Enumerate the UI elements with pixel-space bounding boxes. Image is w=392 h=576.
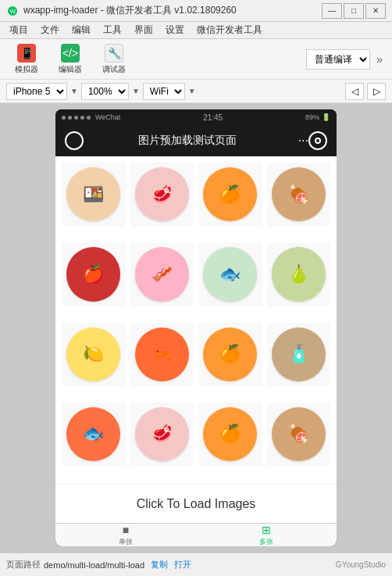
signal-dots [62,116,91,120]
menu-wechat-devtools[interactable]: 微信开发者工具 [191,22,269,38]
wechat-label: WeChat [95,113,120,121]
phone-nav-bar: 图片预加载测试页面 ··· [55,125,337,156]
food-item: 🍋 [62,323,126,387]
editor-label: 编辑器 [59,64,82,75]
dot-2 [68,116,72,120]
menu-bar: 项目 文件 编辑 工具 界面 设置 微信开发者工具 [0,22,392,39]
dot-4 [80,116,84,120]
page-path: demo/multi-load/multi-load [44,560,144,570]
zoom-chevron-icon: ▼ [132,87,140,95]
nav-action-inner [315,138,321,144]
simulator-label: 模拟器 [15,64,38,75]
phone-status-bar: WeChat 21:45 89% 🔋 [55,109,337,125]
multi-tab-label: 多张 [259,537,273,547]
battery-percent: 89% [305,113,319,121]
menu-settings[interactable]: 设置 [159,22,191,38]
open-button[interactable]: 打开 [174,559,191,571]
app-icon: W [6,5,19,17]
status-time: 21:45 [120,113,305,122]
phone-simulator: WeChat 21:45 89% 🔋 图片预加载测试页面 ··· 🍱🥩🍊🍖🍎🥓🐟… [55,109,337,546]
network-selector[interactable]: WiFi [143,83,185,100]
food-item: 🐟 [62,402,126,467]
dot-1 [62,116,66,120]
nav-title: 图片预加载测试页面 [84,134,292,148]
dot-3 [74,116,78,120]
food-item: 🍖 [267,163,331,227]
debugger-label: 调试器 [102,64,126,75]
nav-menu-dots[interactable]: ··· [298,134,308,148]
menu-project[interactable]: 项目 [3,22,34,38]
menu-interface[interactable]: 界面 [128,22,159,38]
food-item: 🍊 [198,402,262,467]
bottom-tab-bar: ■ 单张 ⊞ 多张 [55,523,337,546]
single-tab-label: 单张 [119,537,133,547]
food-item: 🐟 [198,242,262,306]
device-selector[interactable]: iPhone 5 [6,83,67,100]
path-label: 页面路径 [6,559,41,571]
nav-back-button[interactable] [65,131,84,150]
food-item: 🥓 [130,242,194,306]
zoom-selector[interactable]: 100% [81,83,129,100]
simulator-icon: 📱 [17,44,36,63]
status-footer: 页面路径 demo/multi-load/multi-load 复制 打开 GY… [0,553,392,576]
window-controls: — □ ✕ [322,3,386,19]
simulator-button[interactable]: 📱 模拟器 [6,42,47,77]
load-images-button[interactable]: Click To Load Images [137,497,256,511]
food-item: 🍖 [267,402,331,467]
multi-tab-icon: ⊞ [262,524,271,536]
network-chevron-icon: ▼ [188,87,196,95]
food-item: 🧴 [267,323,331,387]
rotate-left-button[interactable]: ◁ [345,83,364,100]
studio-logo: GYoungStudio [336,560,386,569]
battery-icon: 🔋 [322,113,330,121]
main-content: WeChat 21:45 89% 🔋 图片预加载测试页面 ··· 🍱🥩🍊🍖🍎🥓🐟… [0,103,392,553]
food-item: 🥩 [130,402,194,467]
debugger-icon: 🔧 [105,44,123,63]
svg-text:W: W [10,8,16,15]
maximize-button[interactable]: □ [344,3,364,19]
compile-selector[interactable]: 普通编译 [306,49,370,70]
phone-body: 🍱🥩🍊🍖🍎🥓🐟🍐🍋🦐🍊🧴🐟🥩🍊🍖 Click To Load Images [55,156,337,523]
food-item: 🍱 [62,163,126,227]
dot-5 [87,116,91,120]
food-item: 🥩 [130,163,194,227]
debugger-button[interactable]: 🔧 调试器 [94,42,134,77]
food-item: 🍐 [267,242,331,306]
food-item: 🦐 [130,323,194,387]
single-tab-icon: ■ [123,524,129,536]
food-item: 🍊 [198,323,262,387]
nav-action-button[interactable] [308,131,327,150]
window-title: wxapp-img-loader - 微信开发者工具 v1.02.1809260 [23,4,322,17]
toolbar: 📱 模拟器 </> 编辑器 🔧 调试器 普通编译 » [0,39,392,80]
rotate-right-button[interactable]: ▷ [367,83,386,100]
device-chevron-icon: ▼ [70,87,78,95]
close-button[interactable]: ✕ [365,3,386,19]
menu-edit[interactable]: 编辑 [66,22,97,38]
food-item: 🍎 [62,242,126,306]
title-bar: W wxapp-img-loader - 微信开发者工具 v1.02.18092… [0,0,392,22]
tab-single[interactable]: ■ 单张 [55,524,196,546]
editor-button[interactable]: </> 编辑器 [50,42,91,77]
copy-button[interactable]: 复制 [151,559,168,571]
battery-area: 89% 🔋 [305,113,330,121]
device-bar: iPhone 5 ▼ 100% ▼ WiFi ▼ ◁ ▷ [0,80,392,103]
food-grid: 🍱🥩🍊🍖🍎🥓🐟🍐🍋🦐🍊🧴🐟🥩🍊🍖 [55,156,337,484]
studio-logo-area: GYoungStudio [336,560,386,569]
menu-tools[interactable]: 工具 [97,22,128,38]
tab-multi[interactable]: ⊞ 多张 [196,524,337,546]
toolbar-arrow[interactable]: » [373,50,386,69]
editor-icon: </> [61,44,80,63]
food-item: 🍊 [198,163,262,227]
menu-file[interactable]: 文件 [34,22,66,38]
minimize-button[interactable]: — [322,3,342,19]
load-button-area[interactable]: Click To Load Images [55,484,337,523]
